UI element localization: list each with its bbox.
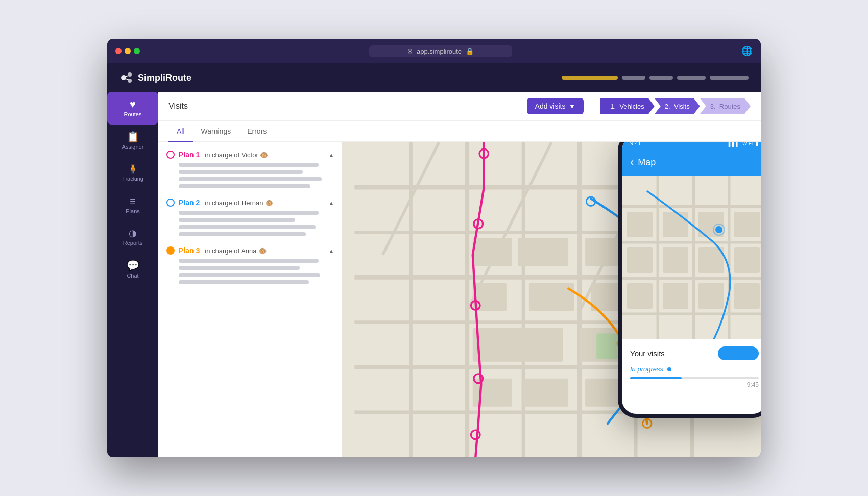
plan-3-name: Plan 3 — [179, 246, 200, 255]
plan-2-circle — [166, 199, 175, 207]
logo-text: SimpliRoute — [138, 72, 191, 83]
svg-point-0 — [121, 75, 126, 80]
sidebar-item-plans[interactable]: ≡ Plans — [107, 189, 158, 221]
mobile-progress-bar — [630, 377, 759, 379]
plan-1-name: Plan 1 — [179, 151, 200, 159]
plan-3-rows — [166, 259, 334, 284]
svg-rect-36 — [523, 379, 568, 407]
plan-2-section: Plan 2 in charge of Hernan 🐵 ▲ — [166, 199, 334, 236]
step-routes[interactable]: 3. Routes — [700, 98, 751, 114]
mobile-map-header: ‹ Map — [622, 151, 761, 176]
plan-2-header[interactable]: Plan 2 in charge of Hernan 🐵 ▲ — [166, 199, 334, 207]
logo-icon — [119, 70, 134, 85]
sidebar-item-chat-label: Chat — [127, 272, 138, 279]
mobile-battery-icon: ▮ — [756, 142, 759, 146]
sidebar-item-routes[interactable]: ♥ Routes — [107, 92, 158, 125]
svg-point-72 — [715, 226, 722, 233]
step-routes-label: 3. Routes — [710, 103, 740, 110]
svg-rect-25 — [473, 283, 507, 311]
assigner-icon: 📋 — [127, 132, 139, 142]
plan-2-name: Plan 2 — [179, 199, 200, 207]
traffic-lights — [115, 48, 140, 54]
progress-bar-1 — [562, 76, 618, 80]
mobile-signal-icon: ▌▌▌ — [729, 142, 739, 146]
mobile-status-dot — [667, 367, 671, 371]
mobile-back-icon[interactable]: ‹ — [630, 156, 634, 169]
svg-rect-68 — [734, 283, 760, 309]
tracking-icon: 🧍 — [127, 164, 138, 173]
progress-bar-4 — [677, 76, 706, 80]
sidebar-item-reports[interactable]: ◑ Reports — [107, 221, 158, 253]
plan-3-header[interactable]: Plan 3 in charge of Anna 🐵 ▲ — [166, 246, 334, 255]
page-icon: ⊠ — [407, 47, 413, 55]
svg-rect-62 — [734, 212, 760, 237]
mobile-time: 9:41 — [630, 142, 641, 146]
svg-point-1 — [128, 72, 132, 77]
sidebar-item-reports-label: Reports — [123, 240, 143, 246]
plan-3-circle — [166, 246, 175, 255]
tabs-row: All Warnings Errors — [158, 121, 761, 142]
plan-2-rows — [166, 211, 334, 236]
svg-rect-71 — [627, 283, 653, 309]
plan-1-circle — [166, 151, 175, 159]
plans-icon: ≡ — [130, 196, 136, 206]
table-row — [179, 177, 322, 181]
plan-1-header[interactable]: Plan 1 in charge of Victor 🐵 ▲ — [166, 151, 334, 159]
progress-bar-3 — [649, 76, 673, 80]
svg-line-4 — [126, 79, 128, 80]
add-visits-button[interactable]: Add visits ▼ — [527, 98, 584, 114]
table-row — [179, 266, 300, 270]
table-row — [179, 259, 319, 263]
maximize-button[interactable] — [134, 48, 140, 54]
tab-errors[interactable]: Errors — [239, 121, 275, 142]
mobile-status-bar: 9:41 ▌▌▌ WiFi ▮ — [622, 142, 761, 151]
sidebar-item-assigner[interactable]: 📋 Assigner — [107, 125, 158, 157]
sidebar-item-tracking[interactable]: 🧍 Tracking — [107, 157, 158, 189]
tab-all[interactable]: All — [168, 121, 193, 142]
url-bar[interactable]: ⊠ app.simpliroute 🔒 — [369, 45, 512, 57]
table-row — [179, 280, 309, 284]
svg-rect-66 — [663, 283, 688, 309]
mobile-bottom-panel: Your visits In progress 9:45 — [622, 339, 761, 395]
mobile-map-title: Map — [638, 157, 656, 168]
step-vehicles[interactable]: 1. Vehicles — [600, 98, 655, 114]
mobile-status-text: In progress — [630, 365, 663, 373]
progress-bar-5 — [710, 76, 749, 80]
sidebar-item-chat[interactable]: 💬 Chat — [107, 253, 158, 286]
browser-window: ⊠ app.simpliroute 🔒 🌐 SimpliRoute — [107, 39, 761, 457]
mobile-visits-row: Your visits — [630, 346, 759, 360]
table-row — [179, 184, 310, 188]
plans-list: Plan 1 in charge of Victor 🐵 ▲ — [158, 142, 342, 457]
add-visits-chevron: ▼ — [568, 102, 575, 110]
mobile-mockup: 9:41 ▌▌▌ WiFi ▮ ‹ Map — [618, 142, 761, 418]
svg-rect-22 — [473, 238, 512, 266]
plan-3-in-charge: in charge of Anna 🐵 — [205, 247, 267, 255]
step-visits-label: 2. Visits — [665, 103, 690, 110]
table-row — [179, 163, 319, 167]
reports-icon: ◑ — [129, 229, 137, 238]
globe-icon: 🌐 — [741, 45, 753, 57]
content-area: Visits Add visits ▼ 1. Vehicles 2. Visit… — [158, 92, 761, 457]
table-row — [179, 211, 319, 215]
tab-warnings[interactable]: Warnings — [193, 121, 239, 142]
mobile-map-svg — [622, 176, 761, 339]
plan-2-chevron: ▲ — [329, 200, 334, 206]
sidebar-item-plans-label: Plans — [126, 208, 140, 214]
plan-3-section: Plan 3 in charge of Anna 🐵 ▲ — [166, 246, 334, 284]
mobile-timestamp: 9:45 — [630, 381, 759, 388]
plan-2-in-charge: in charge of Hernan 🐵 — [205, 199, 273, 207]
step-visits[interactable]: 2. Visits — [655, 98, 700, 114]
minimize-button[interactable] — [125, 48, 131, 54]
table-row — [179, 225, 316, 229]
lock-icon: 🔒 — [466, 47, 474, 55]
map-area: 9:41 ▌▌▌ WiFi ▮ ‹ Map — [342, 142, 761, 457]
mobile-progress-fill — [630, 377, 682, 379]
svg-rect-23 — [518, 238, 568, 266]
close-button[interactable] — [115, 48, 122, 54]
mobile-action-button[interactable] — [718, 346, 759, 360]
svg-rect-70 — [627, 247, 653, 273]
progress-bar-2 — [622, 76, 645, 80]
svg-line-3 — [126, 76, 128, 77]
mobile-map-display — [622, 176, 761, 339]
routes-icon: ♥ — [130, 99, 136, 109]
